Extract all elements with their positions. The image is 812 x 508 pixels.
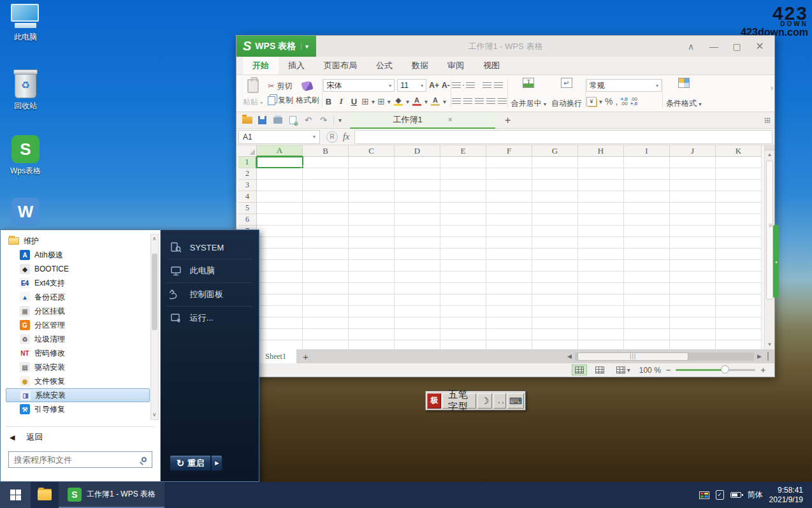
start-item-驱动安装[interactable]: ▤驱动安装 — [6, 360, 150, 374]
cell-H15[interactable] — [578, 317, 624, 329]
cell-B12[interactable] — [303, 283, 349, 294]
menu-item-control-panel[interactable]: 控制面板 — [161, 285, 259, 304]
cell-C9[interactable] — [349, 249, 395, 260]
cell-C3[interactable] — [349, 180, 395, 191]
cell-A3[interactable] — [257, 180, 303, 191]
cell-D2[interactable] — [395, 168, 440, 180]
italic-button[interactable]: I — [336, 96, 346, 106]
start-item-维护[interactable]: 维护 — [6, 234, 150, 248]
comma-button[interactable]: , — [616, 96, 618, 106]
start-button[interactable] — [0, 482, 31, 508]
cell-G1[interactable] — [532, 157, 578, 168]
cell-A14[interactable] — [257, 306, 303, 317]
cell-D1[interactable] — [395, 157, 440, 168]
tab-审阅[interactable]: 审阅 — [438, 57, 474, 75]
cell-I16[interactable] — [624, 329, 670, 340]
underline-button[interactable]: U — [349, 97, 359, 106]
cell-D9[interactable] — [395, 249, 440, 260]
horizontal-scrollbar[interactable]: ◀ ||| ▶ — [564, 352, 774, 361]
app-menu-button[interactable]: S WPS 表格 ▾ — [236, 36, 316, 57]
cell-J12[interactable] — [670, 283, 716, 294]
column-header-E[interactable]: E — [440, 145, 486, 157]
cell-E16[interactable] — [440, 329, 486, 340]
cell-B10[interactable] — [303, 260, 349, 272]
row-header-2[interactable]: 2 — [238, 168, 257, 180]
cell-E2[interactable] — [440, 168, 486, 180]
cell-I12[interactable] — [624, 283, 670, 294]
increase-indent-button[interactable] — [494, 82, 503, 89]
cell-I7[interactable] — [624, 226, 670, 237]
column-header-F[interactable]: F — [486, 145, 532, 157]
shrink-font-button[interactable]: A- — [442, 81, 450, 90]
menu-item-this-pc[interactable]: 此电脑 — [161, 261, 259, 280]
row-header-6[interactable]: 6 — [238, 214, 257, 226]
zoom-in-button[interactable]: + — [760, 365, 765, 375]
cell-D14[interactable] — [395, 306, 440, 317]
cell-C14[interactable] — [349, 306, 395, 317]
quick-access-dropdown[interactable]: ▾ — [338, 117, 342, 124]
cell-I15[interactable] — [624, 317, 670, 329]
cell-D3[interactable] — [395, 180, 440, 191]
percent-button[interactable]: % — [605, 96, 613, 106]
highlight-color-button[interactable]: A — [430, 97, 440, 106]
cell-F12[interactable] — [486, 283, 532, 294]
cell-C15[interactable] — [349, 317, 395, 329]
menu-item-system[interactable]: SYSTEM — [161, 238, 259, 257]
cell-B13[interactable] — [303, 294, 349, 306]
align-center-button[interactable] — [463, 98, 472, 105]
number-format-combo[interactable]: 常规▾ — [586, 79, 662, 92]
cell-B16[interactable] — [303, 329, 349, 340]
name-box[interactable]: A1 ▾ — [238, 130, 320, 144]
start-item-系统安装[interactable]: ◨系统安装 — [6, 388, 150, 402]
cell-J13[interactable] — [670, 294, 716, 306]
sheet-tab-sheet1[interactable]: Sheet1 — [255, 349, 296, 363]
custom-view-button[interactable]: ▾ — [613, 365, 634, 375]
cell-K10[interactable] — [716, 260, 762, 272]
zoom-slider[interactable] — [676, 369, 755, 371]
tab-插入[interactable]: 插入 — [279, 57, 314, 75]
column-header-D[interactable]: D — [395, 145, 440, 157]
minimize-button[interactable]: — — [704, 39, 723, 54]
cell-I1[interactable] — [624, 157, 670, 168]
cell-B4[interactable] — [303, 191, 349, 203]
chevron-down-icon[interactable]: ▾ — [417, 83, 423, 89]
start-item-备份还原[interactable]: ▲备份还原 — [6, 290, 150, 304]
cell-K15[interactable] — [716, 317, 762, 329]
cell-J2[interactable] — [670, 168, 716, 180]
cell-D8[interactable] — [395, 237, 440, 249]
row-header-1[interactable]: 1 — [238, 157, 257, 168]
start-item-文件恢复[interactable]: ◉文件恢复 — [6, 374, 150, 388]
cell-K5[interactable] — [716, 203, 762, 214]
cell-H14[interactable] — [578, 306, 624, 317]
cell-E3[interactable] — [440, 180, 486, 191]
zoom-region-icon[interactable]: R — [326, 131, 338, 143]
cell-C16[interactable] — [349, 329, 395, 340]
cell-F15[interactable] — [486, 317, 532, 329]
cell-D5[interactable] — [395, 203, 440, 214]
start-item-分区管理[interactable]: G分区管理 — [6, 318, 150, 332]
format-painter-label[interactable]: 格式刷 — [296, 95, 319, 106]
select-all-corner[interactable] — [238, 145, 257, 157]
cell-H5[interactable] — [578, 203, 624, 214]
scroll-down-icon[interactable]: ▼ — [765, 340, 774, 349]
conditional-format-button[interactable]: 条件格式 ▾ — [663, 76, 704, 110]
cell-G3[interactable] — [532, 180, 578, 191]
desktop-icon-wps[interactable]: S Wps表格 — [3, 135, 48, 177]
cell-E17[interactable] — [440, 340, 486, 349]
cell-D10[interactable] — [395, 260, 440, 272]
tab-公式[interactable]: 公式 — [366, 57, 402, 75]
cell-B2[interactable] — [303, 168, 349, 180]
search-input[interactable] — [14, 455, 141, 465]
ribbon-overflow-chevron[interactable]: › — [771, 83, 773, 92]
cell-J16[interactable] — [670, 329, 716, 340]
split-handle[interactable] — [767, 352, 771, 361]
cell-K14[interactable] — [716, 306, 762, 317]
cell-H17[interactable] — [578, 340, 624, 349]
cell-K4[interactable] — [716, 191, 762, 203]
cell-B6[interactable] — [303, 214, 349, 226]
cell-B14[interactable] — [303, 306, 349, 317]
cell-I6[interactable] — [624, 214, 670, 226]
cell-C10[interactable] — [349, 260, 395, 272]
scroll-right-icon[interactable]: ▶ — [754, 353, 765, 359]
clock[interactable]: 9:58:41 2021/9/19 — [769, 486, 806, 505]
